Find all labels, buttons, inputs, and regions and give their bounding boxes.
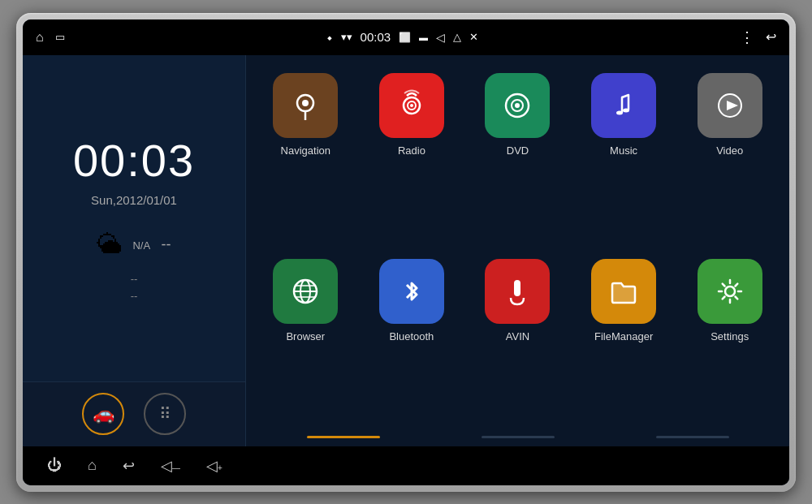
device-frame: ⌂ ▭ ⬥ ▾▾ 00:03 ⬜ ▬ ◁ △ ✕ ⋮ ↩: [16, 13, 796, 492]
left-panel: 00:03 Sun,2012/01/01 🌥 N/A -- -- --: [23, 55, 246, 446]
app-avin[interactable]: AVIN: [468, 256, 568, 429]
avin-label: AVIN: [506, 330, 529, 342]
back-nav-icon[interactable]: ↩: [123, 457, 135, 475]
video-label: Video: [716, 144, 743, 157]
close-status-icon[interactable]: ✕: [469, 31, 478, 43]
weather-section: 🌥 N/A --: [97, 223, 171, 266]
svg-point-8: [616, 110, 623, 114]
dvd-label: DVD: [507, 144, 529, 157]
navigation-label: Navigation: [281, 144, 330, 157]
filemanager-label: FileManager: [594, 330, 653, 342]
bottom-buttons: 🚗 ⠿: [23, 381, 245, 446]
bottom-nav: ⏻ ⌂ ↩ ◁— ◁+: [23, 446, 789, 485]
menu-status-icon[interactable]: ⋮: [740, 28, 754, 46]
pagination: [256, 429, 780, 446]
avin-icon: [485, 259, 550, 324]
svg-point-4: [410, 104, 413, 107]
page-indicator-1[interactable]: [307, 436, 380, 438]
status-center-icons: ⬥ ▾▾ 00:03 ⬜ ▬ ◁ △ ✕: [326, 30, 479, 44]
browser-icon: [273, 259, 338, 324]
music-icon: [591, 73, 656, 138]
page-indicator-2[interactable]: [482, 436, 555, 438]
page-indicator-3[interactable]: [656, 436, 729, 438]
grid-icon: ⠿: [159, 404, 171, 424]
svg-point-1: [302, 100, 309, 106]
date-display: Sun,2012/01/01: [91, 193, 177, 207]
svg-point-9: [623, 108, 629, 112]
app-settings[interactable]: Settings: [680, 256, 780, 429]
navigation-icon: [273, 73, 338, 138]
right-panel: Navigation Ra: [246, 55, 789, 446]
car-icon: 🚗: [93, 403, 114, 424]
clock-section: 00:03 Sun,2012/01/01 🌥 N/A -- -- --: [23, 55, 245, 381]
filemanager-icon: [591, 259, 656, 324]
app-grid: Navigation Ra: [256, 70, 780, 429]
power-nav-icon[interactable]: ⏻: [47, 457, 62, 474]
settings-label: Settings: [710, 330, 749, 342]
status-right-icons: ⋮ ↩: [740, 28, 776, 46]
app-navigation[interactable]: Navigation: [256, 70, 356, 243]
home-nav-icon[interactable]: ⌂: [88, 457, 97, 474]
main-content: 00:03 Sun,2012/01/01 🌥 N/A -- -- --: [23, 55, 789, 446]
browser-label: Browser: [286, 330, 325, 342]
status-left-icons: ⌂ ▭: [36, 30, 65, 45]
music-label: Music: [610, 144, 637, 157]
app-filemanager[interactable]: FileManager: [574, 256, 674, 429]
app-radio[interactable]: Radio: [362, 70, 462, 243]
radio-label: Radio: [398, 144, 425, 157]
vol-up-nav-icon[interactable]: ◁+: [206, 457, 222, 475]
settings-icon: [698, 259, 762, 324]
weather-lines: -- --: [131, 273, 138, 302]
svg-rect-14: [514, 280, 520, 296]
svg-point-7: [515, 103, 520, 108]
video-icon: [698, 73, 762, 138]
app-bluetooth[interactable]: Bluetooth: [362, 256, 462, 429]
weather-cloud-icon: 🌥: [97, 230, 123, 260]
weather-temp: N/A --: [132, 236, 171, 253]
window-status-icon: ▬: [419, 32, 428, 42]
status-bar: ⌂ ▭ ⬥ ▾▾ 00:03 ⬜ ▬ ◁ △ ✕ ⋮ ↩: [23, 19, 789, 55]
vol-down-nav-icon[interactable]: ◁—: [161, 457, 180, 475]
apps-button[interactable]: ⠿: [144, 393, 186, 435]
screen: ⌂ ▭ ⬥ ▾▾ 00:03 ⬜ ▬ ◁ △ ✕ ⋮ ↩: [23, 19, 789, 485]
status-time: 00:03: [361, 30, 391, 44]
weather-line2: --: [131, 290, 138, 302]
clock-display: 00:03: [73, 134, 195, 187]
app-video[interactable]: Video: [680, 70, 780, 243]
app-music[interactable]: Music: [574, 70, 674, 243]
image-status-icon[interactable]: ▭: [55, 31, 65, 43]
back-status-icon[interactable]: ↩: [766, 29, 776, 45]
eject-status-icon[interactable]: △: [453, 31, 461, 43]
radio-icon: [379, 73, 444, 138]
wifi-status-icon: ▾▾: [341, 31, 352, 43]
svg-point-15: [725, 286, 735, 296]
app-dvd[interactable]: DVD: [468, 70, 568, 243]
car-button[interactable]: 🚗: [82, 393, 124, 435]
bluetooth-label: Bluetooth: [389, 330, 434, 342]
location-status-icon: ⬥: [326, 31, 333, 43]
home-status-icon[interactable]: ⌂: [36, 30, 44, 45]
bluetooth-icon: [379, 259, 444, 324]
camera-status-icon: ⬜: [399, 32, 411, 43]
app-browser[interactable]: Browser: [256, 256, 356, 429]
dvd-icon: [485, 73, 550, 138]
weather-line1: --: [131, 273, 138, 285]
volume-status-icon[interactable]: ◁: [436, 31, 445, 44]
